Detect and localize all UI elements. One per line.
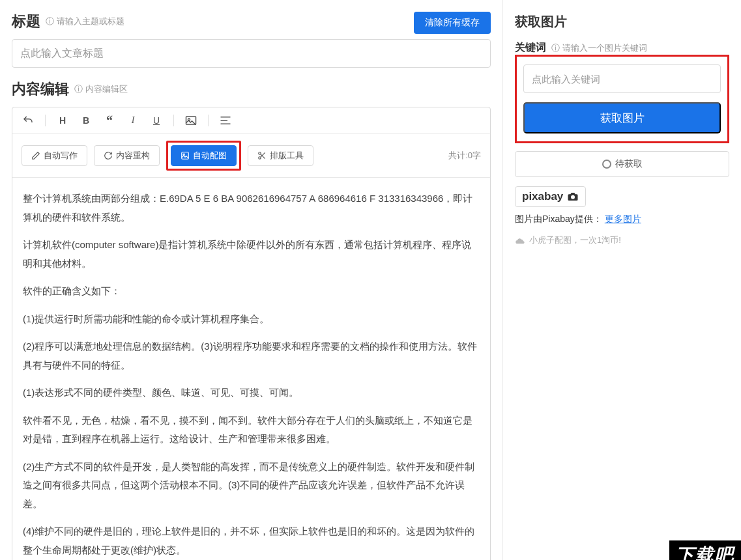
tip-line: 小虎子配图，一次1淘币! [515, 234, 729, 246]
scissors-icon [257, 151, 267, 160]
title-section-label: 标题 [12, 12, 40, 31]
content-restructure-button[interactable]: 内容重构 [94, 145, 160, 166]
auto-image-button[interactable]: 自动配图 [171, 145, 237, 166]
more-images-link[interactable]: 更多图片 [605, 214, 641, 224]
fetch-image-button[interactable]: 获取图片 [523, 102, 721, 133]
content-paragraph: (2)生产方式不同的软件是开发，是人类智能的高发挥，而不是传统意义上的硬件制造。… [23, 458, 480, 514]
content-paragraph: (2)程序可以满意地处理信息的数据结构。(3)说明程序功能要求和程序需要的文档的… [23, 337, 480, 374]
fetch-status[interactable]: 待获取 [515, 151, 729, 177]
auto-image-highlight: 自动配图 [166, 141, 241, 171]
picture-icon [181, 151, 190, 160]
pencil-icon [31, 151, 40, 160]
keyword-hint: 请输入一个图片关键词 [551, 42, 647, 54]
keyword-highlight-panel: 获取图片 [515, 55, 729, 143]
quote-icon[interactable]: “ [103, 114, 116, 127]
pixabay-badge: pixabay [515, 186, 586, 207]
layout-tool-label: 排版工具 [270, 150, 304, 161]
editor-section-hint: 内容编辑区 [74, 83, 128, 95]
italic-icon[interactable]: I [126, 114, 139, 127]
svg-point-8 [259, 157, 261, 160]
auto-image-label: 自动配图 [193, 150, 227, 161]
keyword-input[interactable] [523, 64, 721, 93]
heading-icon[interactable]: H [56, 114, 69, 127]
sidebar-panel: 获取图片 关键词 请输入一个图片关键词 获取图片 待获取 pixabay 图片由… [503, 0, 741, 560]
pixabay-label: pixabay [522, 190, 563, 203]
svg-point-11 [571, 195, 575, 199]
content-restructure-label: 内容重构 [116, 150, 150, 161]
content-paragraph: 软件的正确含义如下： [23, 282, 480, 301]
main-panel: 标题 请输入主题或标题 清除所有缓存 内容编辑 内容编辑区 H B “ I U [0, 0, 503, 560]
layout-tool-button[interactable]: 排版工具 [248, 145, 313, 166]
cloud-icon [515, 236, 525, 244]
camera-icon [567, 192, 579, 201]
fetch-image-title: 获取图片 [515, 13, 729, 31]
content-paragraph: 整个计算机系统由两部分组成：E.69DA 5 E 6 BA 9062616964… [23, 189, 480, 227]
undo-icon[interactable] [22, 114, 35, 127]
svg-point-6 [183, 154, 184, 155]
editor-section-label: 内容编辑 [12, 79, 69, 99]
status-circle-icon [602, 160, 611, 169]
clear-cache-button[interactable]: 清除所有缓存 [414, 12, 491, 34]
status-label: 待获取 [615, 158, 643, 170]
svg-point-7 [259, 152, 261, 155]
tip-text: 小虎子配图，一次1淘币! [529, 234, 621, 246]
image-credit: 图片由Pixabay提供： 更多图片 [515, 214, 729, 225]
underline-icon[interactable]: U [150, 114, 163, 127]
watermark-text: 下载吧 [669, 540, 741, 560]
title-section-hint: 请输入主题或标题 [46, 16, 124, 27]
editor-content[interactable]: 整个计算机系统由两部分组成：E.69DA 5 E 6 BA 9062616964… [12, 178, 490, 560]
watermark: 下载吧 www.xiazaiba.com [669, 540, 741, 560]
refresh-icon [104, 151, 113, 160]
bold-icon[interactable]: B [80, 114, 93, 127]
auto-write-button[interactable]: 自动写作 [22, 145, 87, 166]
editor-box: H B “ I U [12, 107, 491, 560]
align-icon[interactable] [219, 114, 232, 127]
image-icon[interactable] [184, 114, 197, 127]
credit-prefix: 图片由Pixabay提供： [515, 214, 602, 224]
content-paragraph: 计算机软件(computer software)是指计算机系统中除硬件以外的所有… [23, 236, 480, 273]
svg-rect-5 [182, 152, 189, 160]
action-toolbar: 自动写作 内容重构 自动配图 [12, 134, 490, 178]
content-paragraph: 软件看不见，无色，枯燥，看不见，摸不到，闻不到。软件大部分存在于人们的头脑或纸上… [23, 412, 480, 449]
content-paragraph: (4)维护不同的硬件是旧的，理论上软件是旧的，并不坏，但实际上软件也是旧的和坏的… [23, 522, 480, 559]
word-count: 共计:0字 [448, 150, 481, 161]
format-toolbar: H B “ I U [12, 107, 490, 134]
content-paragraph: (1)提供运行时所需功能和性能的命令或计算机程序集合。 [23, 310, 480, 329]
auto-write-label: 自动写作 [44, 150, 78, 161]
article-title-input[interactable] [12, 39, 491, 68]
content-paragraph: (1)表达形式不同的硬件类型、颜色、味道、可见、可摸、可闻。 [23, 384, 480, 402]
keyword-label: 关键词 [515, 41, 546, 55]
